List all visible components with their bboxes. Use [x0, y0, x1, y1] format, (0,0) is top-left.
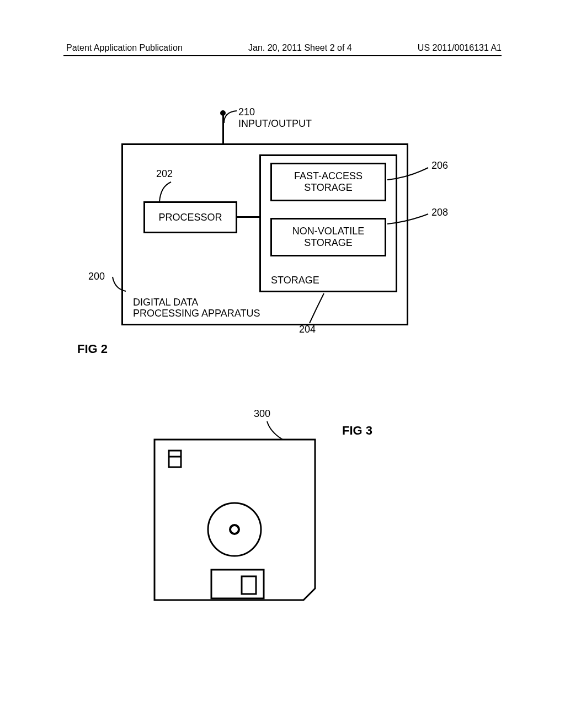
label-fast-access-l2: STORAGE [304, 182, 353, 194]
page-header: Patent Application Publication Jan. 20, … [0, 43, 565, 53]
ref-202: 202 [156, 168, 173, 180]
ref-204: 204 [299, 324, 316, 335]
label-storage: STORAGE [271, 275, 319, 286]
caption-fig2: FIG 2 [77, 342, 108, 356]
connector-proc-storage [237, 216, 259, 218]
label-non-volatile-l1: NON-VOLATILE [292, 226, 365, 237]
ref-200: 200 [88, 271, 105, 282]
label-input-output: INPUT/OUTPUT [238, 118, 312, 130]
leader-210 [222, 108, 239, 124]
box-non-volatile-storage: NON-VOLATILE STORAGE [270, 218, 386, 256]
caption-fig3: FIG 3 [342, 424, 372, 438]
figure-3: 300 FIG 3 [0, 408, 565, 640]
header-pub-number: US 2011/0016131 A1 [418, 43, 502, 53]
ref-300: 300 [254, 408, 270, 420]
ref-210: 210 [238, 106, 255, 118]
svg-marker-0 [154, 440, 315, 600]
header-date-sheet: Jan. 20, 2011 Sheet 2 of 4 [248, 43, 352, 53]
leader-206 [386, 165, 430, 182]
figure-2: 210 INPUT/OUTPUT DIGITAL DATA PROCESSING… [0, 110, 565, 364]
ref-208: 208 [431, 207, 448, 218]
leader-208 [386, 210, 430, 226]
box-fast-access-storage: FAST-ACCESS STORAGE [270, 163, 386, 201]
header-rule [63, 55, 502, 56]
leader-202 [157, 181, 174, 203]
apparatus-label-line2: PROCESSING APPARATUS [133, 308, 260, 319]
leader-204 [306, 292, 328, 325]
floppy-disk-icon [153, 438, 316, 601]
label-fast-access-l1: FAST-ACCESS [294, 170, 363, 182]
label-processor: PROCESSOR [158, 212, 222, 223]
box-processor: PROCESSOR [143, 201, 237, 233]
apparatus-label-line1: DIGITAL DATA [133, 297, 198, 308]
ref-206: 206 [431, 160, 448, 172]
header-publication: Patent Application Publication [66, 43, 183, 53]
leader-200 [110, 276, 127, 292]
label-non-volatile-l2: STORAGE [304, 237, 353, 249]
